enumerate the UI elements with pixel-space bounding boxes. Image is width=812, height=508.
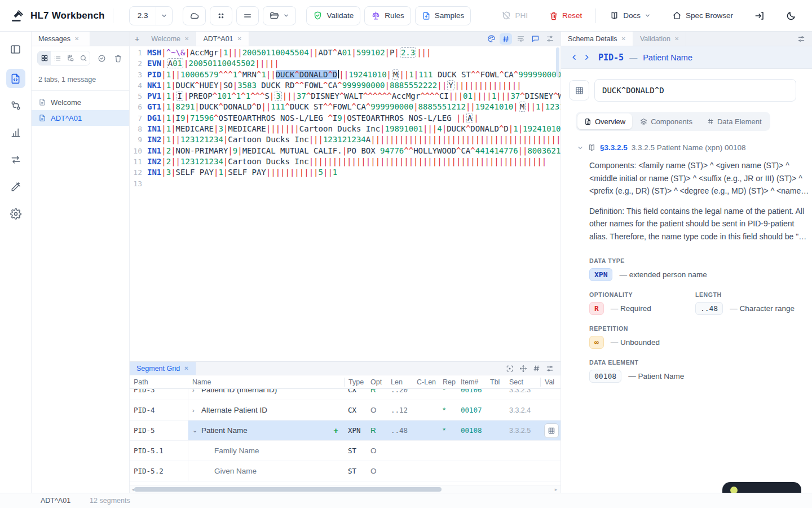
tab-messages[interactable]: Messages ✕ (32, 32, 90, 46)
chevron-down-icon[interactable] (577, 144, 584, 151)
comments-button[interactable] (529, 33, 541, 45)
list-item[interactable]: ADT^A01 (32, 110, 129, 126)
tab-segment-grid[interactable]: Segment Grid ✕ (130, 362, 196, 375)
editor-scrollbar[interactable] (556, 47, 559, 77)
close-icon[interactable]: ✕ (621, 36, 626, 42)
theme-palette-button[interactable] (485, 33, 497, 45)
close-icon[interactable]: ✕ (184, 365, 188, 371)
view-tabs: Overview Components Data Element (576, 112, 770, 131)
chevron-down-icon[interactable] (156, 7, 172, 25)
grid-settings-icon[interactable] (546, 365, 554, 373)
tab-overview[interactable]: Overview (577, 113, 632, 129)
code-line[interactable]: 13 (130, 178, 561, 189)
add-repetition-button[interactable]: + (333, 426, 338, 435)
messages-view-button[interactable] (6, 69, 25, 88)
column-header: Type (344, 378, 367, 387)
folder-icon (270, 11, 279, 20)
code-line[interactable]: 2EVN|A01|20050110045502||||| (130, 58, 561, 69)
next-field-button[interactable] (580, 51, 593, 64)
open-grid-button[interactable] (544, 423, 559, 438)
sign-in-button[interactable] (749, 6, 770, 25)
close-icon[interactable]: ✕ (74, 36, 79, 42)
row-name[interactable]: ⌄Patient Name+ (188, 426, 344, 435)
scrollbar-thumb[interactable] (134, 487, 442, 492)
table-row[interactable]: PID-5.1Family NameSTO (130, 441, 561, 461)
list-menu-button[interactable] (236, 6, 259, 25)
tab-data-element[interactable]: Data Element (700, 113, 769, 129)
settings-button[interactable] (6, 204, 25, 224)
field-value-input[interactable] (594, 79, 796, 102)
reset-button[interactable]: Reset (544, 6, 588, 25)
hl7-code-editor[interactable]: 1MSH|^~\&|AccMgr|1|||20050110045504||ADT… (130, 46, 561, 361)
scroll-right-arrow[interactable]: ▸ (553, 487, 559, 492)
hash-icon[interactable] (533, 365, 540, 372)
code-line[interactable]: 3PID|1||10006579^^^1^MRN^1||DUCK^DONALD^… (130, 69, 561, 80)
toggle-sidebar-button[interactable] (6, 40, 25, 59)
code-line[interactable]: 1MSH|^~\&|AccMgr|1|||20050110045504||ADT… (130, 47, 561, 58)
grid-horizontal-scrollbar[interactable]: ◂ ▸ (130, 485, 561, 493)
close-icon[interactable]: ✕ (237, 36, 242, 42)
code-line[interactable]: 7DG1|1|I9|71596^OSTEOARTHROS NOS-L/LEG ^… (130, 113, 561, 124)
list-view-button[interactable] (51, 51, 64, 65)
table-row[interactable]: PID-5⌄Patient Name+XPNR..48*001083.3.2.5 (130, 421, 561, 441)
git-compare-button[interactable] (6, 96, 25, 115)
tab-components[interactable]: Components (633, 113, 699, 129)
chevron-right-icon[interactable]: › (192, 389, 198, 393)
row-name[interactable]: ›Patient ID (Internal ID) (188, 389, 344, 394)
table-value-box: 3 (275, 91, 281, 101)
table-row[interactable]: PID-4›Alternate Patient IDCXO..12*001073… (130, 400, 561, 421)
tab-welcome[interactable]: Welcome ✕ (144, 32, 196, 46)
dark-mode-toggle[interactable] (780, 6, 802, 25)
row-name[interactable]: ›Alternate Patient ID (188, 406, 344, 414)
close-icon[interactable]: ✕ (674, 36, 679, 42)
cloud-button[interactable] (183, 6, 206, 25)
tools-view-button[interactable] (6, 177, 25, 196)
open-file-button[interactable] (263, 6, 296, 25)
delete-all-icon[interactable] (112, 51, 125, 65)
rules-button[interactable]: Rules (364, 6, 411, 25)
code-line[interactable]: 9IN2|1||123121234|Cartoon Ducks Inc|||12… (130, 134, 561, 145)
tab-validation[interactable]: Validation ✕ (633, 32, 686, 46)
phi-toggle[interactable]: PHI (496, 6, 533, 25)
version-select[interactable]: 2.3 (129, 6, 173, 25)
word-wrap-button[interactable] (514, 33, 527, 45)
docs-menu[interactable]: Docs (604, 6, 656, 25)
code-line[interactable]: 4NK1|1|DUCK^HUEY|SO|3583 DUCK RD^^FOWL^C… (130, 80, 561, 91)
code-line[interactable]: 6GT1|1|8291|DUCK^DONALD^D||111^DUCK ST^^… (130, 102, 561, 112)
spec-browser-button[interactable]: Spec Browser (667, 6, 739, 25)
center-grid-icon[interactable] (519, 365, 527, 373)
validate-all-icon[interactable] (95, 51, 108, 65)
line-content: PV1|1|I|PREOP^101^1^1^^^S|3|||37^DISNEY^… (142, 91, 561, 102)
tree-view-button[interactable] (64, 51, 77, 65)
close-icon[interactable]: ✕ (184, 36, 189, 42)
tab-schema-details[interactable]: Schema Details ✕ (561, 32, 633, 46)
tab-adt-a01[interactable]: ADT^A01 ✕ (196, 32, 249, 46)
grid-view-button[interactable] (38, 51, 51, 65)
layout-grid-button[interactable] (210, 6, 232, 25)
validate-button[interactable]: Validate (306, 6, 360, 25)
table-row[interactable]: PID-3›Patient ID (Internal ID)CXR..20*00… (130, 389, 561, 400)
transform-view-button[interactable] (6, 150, 25, 169)
code-line[interactable]: 12IN1|3|SELF PAY|1|SELF PAY|||||||||||5|… (130, 167, 561, 178)
chevron-right-icon[interactable]: › (192, 407, 198, 414)
prev-field-button[interactable] (568, 51, 580, 64)
code-line[interactable]: 8IN1|1|MEDICARE|3|MEDICARE|||||||Cartoon… (130, 124, 561, 134)
table-row[interactable]: PID-5.2Given NameSTO (130, 461, 561, 481)
new-tab-button[interactable]: + (130, 32, 144, 46)
search-button[interactable] (77, 51, 90, 65)
line-numbers-button[interactable] (500, 33, 512, 45)
spec-section-link[interactable]: §3.3.2.5 (600, 143, 628, 152)
samples-button[interactable]: Samples (415, 6, 471, 25)
row-name[interactable]: Given Name (188, 467, 344, 475)
chevron-down-icon[interactable]: ⌄ (192, 427, 198, 434)
panel-settings-icon[interactable] (797, 35, 805, 43)
editor-settings-button[interactable] (544, 33, 556, 45)
focus-field-icon[interactable] (506, 365, 514, 373)
code-line[interactable]: 11IN2|2||123121234|Cartoon Ducks Inc||||… (130, 156, 561, 167)
code-line[interactable]: 10IN1|2|NON-PRIMARY|9|MEDICAL MUTUAL CAL… (130, 146, 561, 156)
row-name[interactable]: Family Name (188, 446, 344, 455)
code-line[interactable]: 5PV1|1|I|PREOP^101^1^1^^^S|3|||37^DISNEY… (130, 91, 561, 102)
list-item[interactable]: Welcome (32, 94, 129, 110)
stats-view-button[interactable] (6, 123, 25, 142)
open-component-grid-button[interactable] (569, 80, 589, 100)
